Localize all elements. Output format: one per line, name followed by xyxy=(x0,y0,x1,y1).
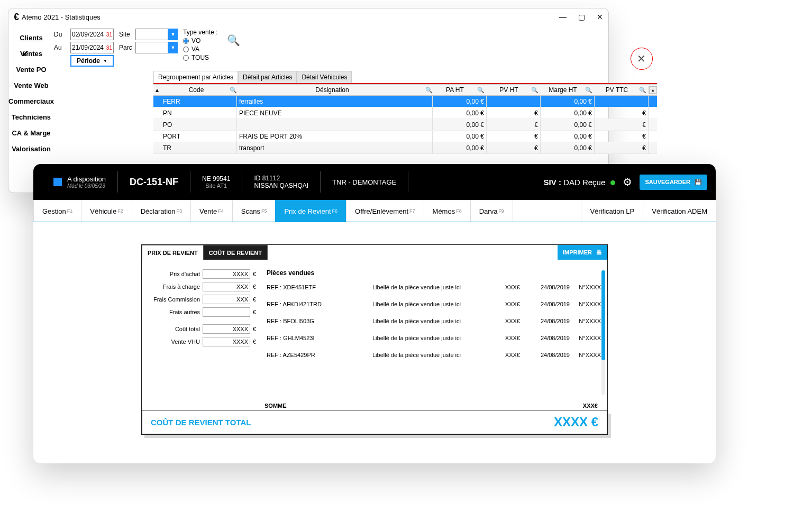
id-value: ID 81112 xyxy=(254,175,280,182)
period-dropdown[interactable]: Période xyxy=(70,55,114,67)
vehicle-window: A disposition Màd le 03/05/23 DC-151-NF … xyxy=(33,164,716,463)
status-indicator xyxy=(53,178,62,186)
sidebar-item-vente-web[interactable]: Vente Web xyxy=(8,77,54,93)
search-icon[interactable]: 🔍 xyxy=(585,86,592,94)
search-icon[interactable]: 🔍 xyxy=(227,34,240,47)
tab-d-claration[interactable]: DéclarationF3 xyxy=(132,200,191,222)
total-label: COÛT DE REVIENT TOTAL xyxy=(151,418,251,427)
form-label: Frais autres xyxy=(169,309,200,315)
tab-scans[interactable]: ScansF5 xyxy=(232,200,276,222)
search-icon[interactable]: 🔍 xyxy=(230,87,237,94)
form-input[interactable] xyxy=(203,307,250,317)
search-icon[interactable]: 🔍 xyxy=(531,86,539,94)
table-row[interactable]: PNPIECE NEUVE0,00 €€0,00 €€ xyxy=(153,107,657,119)
siv-status: SIV : DAD Reçue xyxy=(544,178,616,187)
search-icon[interactable]: 🔍 xyxy=(477,86,485,94)
save-button[interactable]: SAUVEGARDER 💾 xyxy=(640,175,707,190)
radio-vo[interactable]: VO xyxy=(183,37,217,44)
status-dot-icon xyxy=(610,180,615,185)
panel-tab-cout[interactable]: COÛT DE REVIENT xyxy=(203,245,268,260)
scroll-up-button[interactable]: ▴ xyxy=(649,86,657,94)
close-panel-button[interactable]: ✕ xyxy=(631,48,653,70)
form-input[interactable] xyxy=(203,324,250,334)
tab-detail-vehicules[interactable]: Détail Véhicules xyxy=(297,71,352,83)
sidebar-item-commerciaux[interactable]: Commerciaux xyxy=(8,93,54,109)
radio-tous[interactable]: TOUS xyxy=(183,54,217,61)
sidebar-item-valorisation[interactable]: Valorisation xyxy=(8,141,54,157)
tab-offre-enl-vement[interactable]: Offre/EnlèvementF7 xyxy=(346,200,424,222)
vehicle-tabs: GestionF1VéhiculeF2DéclarationF3VenteF4S… xyxy=(33,200,716,222)
table-row[interactable]: TRtransport0,00 €€0,00 €€ xyxy=(153,142,657,154)
calendar-icon[interactable]: 31 xyxy=(106,45,112,51)
piece-row[interactable]: REF : BFOLI503GLibellé de la pièce vendu… xyxy=(267,318,601,324)
col-pv-ht[interactable]: PV HT🔍 xyxy=(487,86,541,94)
sort-indicator[interactable]: ▴ xyxy=(153,86,161,94)
site-select[interactable]: ▼ xyxy=(135,29,178,40)
form-input[interactable] xyxy=(203,282,250,291)
form-input[interactable] xyxy=(203,269,250,279)
col-marge-ht[interactable]: Marge HT🔍 xyxy=(541,86,595,94)
radio-va[interactable]: VA xyxy=(183,45,217,53)
form-input[interactable] xyxy=(203,295,250,304)
search-icon[interactable]: 🔍 xyxy=(425,87,433,94)
panel-tab-prix[interactable]: PRIX DE REVIENT xyxy=(142,245,204,260)
piece-row[interactable]: REF : XDE451ETFLibellé de la pièce vendu… xyxy=(267,284,601,290)
tab-m-mos[interactable]: MémosF8 xyxy=(424,200,471,222)
close-button[interactable]: ✕ xyxy=(597,13,603,21)
maximize-button[interactable]: ▢ xyxy=(578,13,585,21)
table-row[interactable]: PORTFRAIS DE PORT 20%0,00 €€0,00 €€ xyxy=(153,131,657,142)
du-label: Du xyxy=(54,31,68,38)
tab-prix-de-revient[interactable]: Prix de RevientF6 xyxy=(275,200,346,222)
euro-icon: € xyxy=(14,12,19,23)
form-label: Frais Commission xyxy=(153,296,200,303)
table-row[interactable]: FERRferrailles0,00 €0,00 € xyxy=(153,96,657,107)
sidebar-item-vente-po[interactable]: Vente PO xyxy=(8,61,54,77)
form-label: Prix d'achat xyxy=(170,271,200,277)
col-designation[interactable]: Désignation🔍 xyxy=(237,86,433,94)
site-value: Site AT1 xyxy=(205,182,227,189)
search-icon[interactable]: 🔍 xyxy=(639,86,646,94)
tab-gestion[interactable]: GestionF1 xyxy=(33,200,81,222)
table-row[interactable]: PO0,00 €€0,00 €€ xyxy=(153,119,657,131)
form-label: Coût total xyxy=(175,326,200,332)
date-au-input[interactable]: 21/09/202431 xyxy=(70,42,114,53)
somme-label: SOMME xyxy=(264,403,287,409)
pieces-title: Pièces vendues xyxy=(267,269,601,277)
tab-v-rification-lp[interactable]: Vérification LP xyxy=(581,200,643,222)
tab-regroupement[interactable]: Regroupement par Articles xyxy=(153,71,238,83)
tnr-value: TNR - DEMONTAGE xyxy=(332,178,396,186)
gear-icon[interactable]: ⚙ xyxy=(623,176,632,188)
form-input[interactable] xyxy=(203,337,250,346)
chevron-down-icon[interactable]: ▼ xyxy=(168,29,178,40)
col-pa-ht[interactable]: PA HT🔍 xyxy=(433,86,487,94)
parc-label: Parc xyxy=(119,44,133,51)
check-icon: ✔ xyxy=(22,49,29,59)
parc-select[interactable]: ▼ xyxy=(135,42,178,53)
piece-row[interactable]: REF : AFKDI421TRDLibellé de la pièce ven… xyxy=(267,301,601,307)
window-title: Atemo 2021 - Statistiques xyxy=(22,13,101,21)
tab-detail-articles[interactable]: Détail par Articles xyxy=(238,71,297,83)
col-pv-ttc[interactable]: PV TTC🔍 xyxy=(595,86,649,94)
tab-v-rification-adem[interactable]: Vérification ADEM xyxy=(643,200,716,222)
col-code[interactable]: Code🔍 xyxy=(161,86,237,94)
form-label: Vente VHU xyxy=(171,339,200,345)
minimize-button[interactable]: — xyxy=(559,13,567,21)
sidebar-item-techniciens[interactable]: Techniciens xyxy=(8,109,54,125)
scrollbar[interactable] xyxy=(601,270,605,395)
save-icon: 💾 xyxy=(695,179,702,186)
tab-v-hicule[interactable]: VéhiculeF2 xyxy=(81,200,132,222)
sidebar-item-ca-marge[interactable]: CA & Marge xyxy=(8,125,54,141)
print-button[interactable]: IMPRIMER 🖶 xyxy=(558,245,607,260)
piece-row[interactable]: REF : GHLM4523ILibellé de la pièce vendu… xyxy=(267,335,601,341)
tab-vente[interactable]: VenteF4 xyxy=(190,200,233,222)
total-value: XXXX € xyxy=(554,415,598,430)
total-bar: COÛT DE REVIENT TOTAL XXXX € xyxy=(141,410,608,435)
calendar-icon[interactable]: 31 xyxy=(106,32,112,38)
tab-darva[interactable]: DarvaF9 xyxy=(470,200,513,222)
chevron-down-icon[interactable]: ▼ xyxy=(168,42,178,53)
piece-row[interactable]: REF : AZE5429PRLibellé de la pièce vendu… xyxy=(267,352,601,358)
date-du-input[interactable]: 02/09/202431 xyxy=(70,29,114,40)
euro-label: € xyxy=(253,339,258,345)
sidebar-item-ventes[interactable]: ✔Ventes xyxy=(8,45,54,61)
sidebar-item-clients[interactable]: Clients xyxy=(8,30,54,45)
